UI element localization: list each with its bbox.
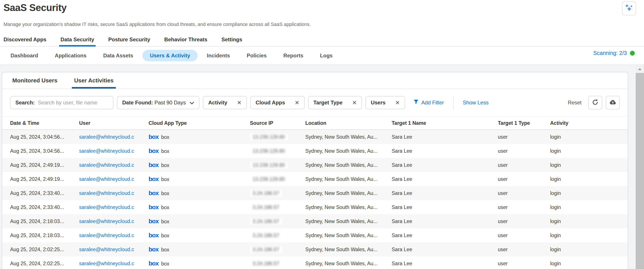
cell-target1-type: user	[498, 190, 550, 196]
cell-user-link[interactable]: saralee@whitneycloud.c	[79, 148, 134, 154]
cell-user-link[interactable]: saralee@whitneycloud.c	[79, 261, 134, 266]
table-row[interactable]: Aug 25, 2024, 2:18:03... saralee@whitney…	[2, 228, 628, 242]
cell-location: Sydney, New South Wales, Au...	[305, 148, 392, 154]
filter-chip[interactable]: Users ✕	[366, 96, 405, 109]
card-tab[interactable]: User Activities	[73, 72, 115, 88]
close-icon[interactable]: ✕	[395, 100, 400, 106]
filter-divider	[453, 96, 454, 110]
cell-target1-name: Sara Lee	[392, 246, 498, 252]
filter-chip-label: Cloud Apps	[256, 100, 285, 106]
close-icon[interactable]: ✕	[352, 100, 357, 106]
filter-bar: Search: Date Found: Past 90 Days Activit…	[2, 89, 628, 117]
scanning-status[interactable]: Scanning: 2/3	[593, 50, 635, 56]
ai-copilot-button[interactable]	[622, 1, 636, 16]
search-box[interactable]: Search:	[10, 96, 114, 109]
filter-chip-label: Users	[371, 100, 386, 106]
cell-activity: login	[550, 134, 628, 140]
chevron-down-icon	[190, 100, 194, 106]
cell-location: Sydney, New South Wales, Au...	[305, 204, 392, 210]
close-icon[interactable]: ✕	[237, 100, 242, 106]
page-title: SaaS Security	[4, 2, 636, 13]
cell-activity: login	[550, 176, 628, 182]
cell-user-link[interactable]: saralee@whitneycloud.c	[79, 176, 134, 182]
filter-chip[interactable]: Activity ✕	[203, 96, 247, 109]
table-column-header[interactable]: Activity	[550, 120, 628, 126]
cell-date-time: Aug 25, 2024, 2:18:03...	[10, 218, 79, 224]
table-column-header[interactable]: User	[79, 120, 148, 126]
box-logo-icon: box	[148, 246, 158, 253]
table-column-header[interactable]: Date & Time	[10, 120, 79, 126]
table-column-header[interactable]: Location	[305, 120, 392, 126]
download-button[interactable]	[606, 96, 620, 110]
sub-nav-item[interactable]: Reports	[283, 50, 303, 61]
cell-source-ip-redacted: 13.239.129.80	[250, 162, 288, 169]
date-filter-label: Date Found:	[122, 100, 153, 106]
page-description: Manage your organization's shadow IT ris…	[4, 22, 636, 27]
sparkles-icon	[624, 3, 634, 14]
sub-nav: DashboardApplicationsData AssetsUsers & …	[0, 46, 644, 65]
table-column-header[interactable]: Cloud App Type	[148, 120, 250, 126]
table-column-header[interactable]: Source IP	[250, 120, 305, 126]
scrollbar-thumb[interactable]	[636, 73, 644, 269]
cell-target1-name: Sara Lee	[392, 148, 498, 154]
cell-target1-name: Sara Lee	[392, 218, 498, 224]
table-row[interactable]: Aug 25, 2024, 2:02:25... saralee@whitney…	[2, 256, 628, 269]
filter-chip[interactable]: Target Type ✕	[308, 96, 362, 109]
search-input[interactable]	[38, 100, 108, 106]
card-tab[interactable]: Monitored Users	[11, 72, 59, 88]
page-header: SaaS Security Manage your organization's…	[0, 0, 644, 33]
cell-target1-type: user	[498, 176, 550, 182]
main-tab[interactable]: Posture Security	[108, 33, 150, 46]
cell-user-link[interactable]: saralee@whitneycloud.c	[79, 204, 134, 210]
add-filter-button[interactable]: Add Filter	[414, 99, 444, 106]
sub-nav-item[interactable]: Incidents	[207, 50, 230, 61]
table-row[interactable]: Aug 25, 2024, 2:49:19... saralee@whitney…	[2, 158, 628, 172]
table-row[interactable]: Aug 25, 2024, 2:33:40... saralee@whitney…	[2, 186, 628, 200]
cell-activity: login	[550, 190, 628, 196]
table-row[interactable]: Aug 25, 2024, 2:33:40... saralee@whitney…	[2, 200, 628, 214]
main-tab[interactable]: Settings	[221, 33, 242, 46]
refresh-button[interactable]	[588, 96, 602, 110]
main-tab[interactable]: Data Security	[60, 33, 94, 46]
scroll-up-button[interactable]	[636, 65, 644, 73]
vertical-scrollbar[interactable]	[636, 65, 644, 269]
cell-user-link[interactable]: saralee@whitneycloud.c	[79, 246, 134, 252]
sub-nav-item[interactable]: Logs	[320, 50, 332, 61]
main-tab[interactable]: Behavior Threats	[164, 33, 207, 46]
cell-user-link[interactable]: saralee@whitneycloud.c	[79, 218, 134, 224]
cell-date-time: Aug 25, 2024, 2:18:03...	[10, 232, 79, 238]
sub-nav-item[interactable]: Data Assets	[103, 50, 133, 61]
filter-chip[interactable]: Cloud Apps ✕	[250, 96, 305, 109]
table-row[interactable]: Aug 25, 2024, 2:02:25... saralee@whitney…	[2, 242, 628, 256]
cell-target1-name: Sara Lee	[392, 190, 498, 196]
table-row[interactable]: Aug 25, 2024, 3:04:56... saralee@whitney…	[2, 144, 628, 158]
reset-button[interactable]: Reset	[568, 100, 582, 106]
cell-user-link[interactable]: saralee@whitneycloud.c	[79, 190, 134, 196]
cell-source-ip-redacted: 13.239.129.80	[250, 176, 288, 183]
table-row[interactable]: Aug 25, 2024, 2:49:19... saralee@whitney…	[2, 172, 628, 186]
sub-nav-item[interactable]: Dashboard	[10, 50, 38, 61]
table-column-header[interactable]: Target 1 Type	[498, 120, 550, 126]
main-tab[interactable]: Discovered Apps	[4, 33, 46, 46]
cell-user-link[interactable]: saralee@whitneycloud.c	[79, 162, 134, 168]
arrow-up-icon	[638, 68, 642, 70]
table-column-header[interactable]: Target 1 Name	[392, 120, 498, 126]
cell-cloud-app: boxbox	[148, 218, 250, 225]
date-found-dropdown[interactable]: Date Found: Past 90 Days	[117, 96, 199, 109]
cell-activity: login	[550, 148, 628, 154]
cell-user-link[interactable]: saralee@whitneycloud.c	[79, 134, 134, 140]
cell-user-link[interactable]: saralee@whitneycloud.c	[79, 232, 134, 238]
filter-chips: Activity ✕ Cloud Apps ✕ Target Type ✕	[203, 96, 405, 109]
scanning-status-dot	[630, 51, 635, 56]
sub-nav-item[interactable]: Users & Activity	[142, 50, 198, 61]
sub-nav-item[interactable]: Applications	[55, 50, 86, 61]
sub-nav-item[interactable]: Policies	[246, 50, 266, 61]
cell-cloud-app: boxbox	[148, 260, 250, 267]
show-less-button[interactable]: Show Less	[463, 100, 488, 106]
table-row[interactable]: Aug 25, 2024, 3:04:56... saralee@whitney…	[2, 130, 628, 144]
table-row[interactable]: Aug 25, 2024, 2:18:03... saralee@whitney…	[2, 214, 628, 228]
cell-target1-type: user	[498, 162, 550, 168]
cell-date-time: Aug 25, 2024, 2:02:25...	[10, 246, 79, 252]
close-icon[interactable]: ✕	[295, 100, 299, 106]
box-logo-icon: box	[148, 162, 158, 168]
